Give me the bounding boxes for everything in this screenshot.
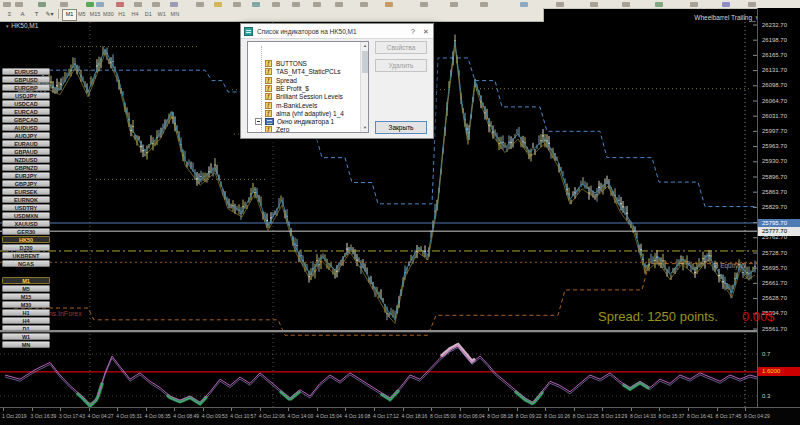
toolbar-icon[interactable] [116,2,124,7]
timeframe-button-d1[interactable]: D1 [142,9,155,19]
tf-button-m30[interactable]: M30 [2,301,50,308]
indicator-item[interactable]: ƒBUTTONS [248,60,368,68]
symbol-button-usdtry[interactable]: USDTRY [2,204,50,211]
symbol-button-nzdusd[interactable]: NZDUSD [2,156,50,163]
delete-button[interactable]: Удалить [375,59,427,72]
toolbar-icon[interactable] [450,2,458,7]
symbol-button-xauusd[interactable]: XAUUSD [2,220,50,227]
toolbar-icon[interactable] [590,2,598,7]
tf-button-h1[interactable]: H1 [2,309,50,316]
timeframe-button-h1[interactable]: H1 [115,9,128,19]
tf-button-mn[interactable]: MN [2,341,50,348]
toolbar-icon[interactable] [520,2,528,7]
shapes-tool[interactable]: ✎▾ [44,9,55,19]
symbol-button-audusd[interactable]: AUDUSD [2,124,50,131]
tf-button-m1[interactable]: M1 [2,277,50,284]
toolbar-icon[interactable] [86,2,94,7]
pane-resize-divider[interactable] [0,330,800,333]
toolbar-icon[interactable] [385,2,393,7]
toolbar-icon[interactable] [292,2,300,7]
symbol-button-gbpjpy[interactable]: GBPJPY [2,180,50,187]
indicator-item[interactable]: ƒm-BankLevels [248,102,368,110]
symbol-button-audjpy[interactable]: AUDJPY [2,132,50,139]
indicator-item[interactable]: Окно индикатора 1 [248,118,368,126]
toolbar-icon[interactable] [15,2,23,7]
properties-button[interactable]: Свойства [375,41,427,54]
toolbar-icon[interactable] [3,2,11,7]
symbol-button-gbpcad[interactable]: GBPCAD [2,116,50,123]
timeframe-button-mn[interactable]: MN [168,9,181,19]
timeframe-button-m15[interactable]: M15 [89,9,102,19]
symbol-button-gbpnzd[interactable]: GBPNZD [2,164,50,171]
vline-tool[interactable]: A [17,9,28,19]
price-axis[interactable]: 26232.7026198.7026165.7026131.7026098.70… [757,8,800,407]
toolbar-icon[interactable] [214,2,222,7]
indicator-item[interactable]: ƒalma (vhf adaptive) 1_4 [248,110,368,118]
collapse-icon[interactable] [255,118,262,125]
tf-button-w1[interactable]: W1 [2,333,50,340]
toolbar-icon[interactable] [748,2,756,7]
symbol-button-eurusd[interactable]: EURUSD [2,68,50,75]
toolbar-icon[interactable] [134,2,142,7]
help-icon[interactable]: ? [407,27,419,36]
indicator-item[interactable]: ƒZero [248,126,368,133]
toolbar-icon[interactable] [233,2,241,7]
crosshair-tool[interactable]: ≡ [4,9,15,19]
toolbar-icon[interactable] [480,2,488,7]
toolbar-icon[interactable] [722,2,730,7]
text-tool[interactable]: T [31,9,42,19]
time-axis[interactable]: 1 Oct 20193 Oct 16:393 Oct 17:434 Oct 04… [0,407,800,425]
timeframe-button-m30[interactable]: M30 [102,9,115,19]
close-icon[interactable]: ✕ [420,27,432,36]
symbol-button-ngas[interactable]: NGAS [2,260,50,267]
indicator-item[interactable]: ƒBE Profit_$ [248,85,368,93]
toolbar-icon[interactable] [272,2,280,7]
symbol-button-eurgbp[interactable]: EURGBP [2,84,50,91]
toolbar-icon[interactable] [622,2,630,7]
toolbar-icon[interactable] [38,2,46,7]
timeframe-button-m5[interactable]: M5 [75,9,88,19]
scrollbar[interactable]: ▲ ▼ [360,42,368,132]
toolbar-icon[interactable] [360,2,368,7]
chart-symbol-label[interactable]: ▼ HK50,M1 [5,22,38,29]
indicator-item[interactable]: ƒTAS_MT4_StaticPCLs [248,68,368,76]
indicators-tree[interactable]: ƒBUTTONSƒTAS_MT4_StaticPCLsƒSpreadƒBE Pr… [247,41,369,133]
scrollbar-thumb[interactable] [362,51,368,73]
symbol-button-eurcad[interactable]: EURCAD [2,108,50,115]
indicator-item[interactable]: ƒSpread [248,77,368,85]
symbol-button-usdjpy[interactable]: USDJPY [2,92,50,99]
symbol-button-ger30[interactable]: GER30 [2,228,50,235]
symbol-button-usdmxn[interactable]: USDMXN [2,212,50,219]
toolbar-icon[interactable] [556,2,564,7]
timeframe-button-w1[interactable]: W1 [155,9,168,19]
toolbar-icon[interactable] [655,2,663,7]
tf-button-h4[interactable]: H4 [2,317,50,324]
toolbar-icon[interactable] [96,2,104,7]
indicator-item[interactable]: ƒBrilliant Session Levels [248,93,368,101]
toolbar-icon[interactable] [152,2,160,7]
symbol-button-hk50[interactable]: HK50 [2,236,50,243]
toolbar-icon[interactable] [60,2,68,7]
toolbar-icon[interactable] [196,2,204,7]
symbol-button-gbpaud[interactable]: GBPAUD [2,148,50,155]
timeframe-button-h4[interactable]: H4 [129,9,142,19]
close-button[interactable]: Закрыть [375,121,427,134]
symbol-button-euraud[interactable]: EURAUD [2,140,50,147]
symbol-button-gbpusd[interactable]: GBPUSD [2,76,50,83]
symbol-button-eurnok[interactable]: EURNOK [2,196,50,203]
toolbar-icon[interactable] [420,2,428,7]
symbol-button-eursek[interactable]: EURSEK [2,188,50,195]
symbol-button-eurjpy[interactable]: EURJPY [2,172,50,179]
symbol-button-usdcad[interactable]: USDCAD [2,100,50,107]
toolbar-icon[interactable] [690,2,698,7]
toolbar-icon[interactable] [335,2,343,7]
toolbar-icon[interactable] [252,2,260,7]
symbol-button-ukbrent[interactable]: UKBRENT [2,252,50,259]
scroll-up-icon[interactable]: ▲ [361,42,369,50]
tf-button-m15[interactable]: M15 [2,293,50,300]
toolbar-icon[interactable] [170,2,178,7]
tf-button-m5[interactable]: M5 [2,285,50,292]
dialog-titlebar[interactable]: Список индикаторов на HK50,M1 ? ✕ [241,24,433,39]
symbol-button-dj30[interactable]: DJ30 [2,244,50,251]
scroll-down-icon[interactable]: ▼ [361,124,369,132]
